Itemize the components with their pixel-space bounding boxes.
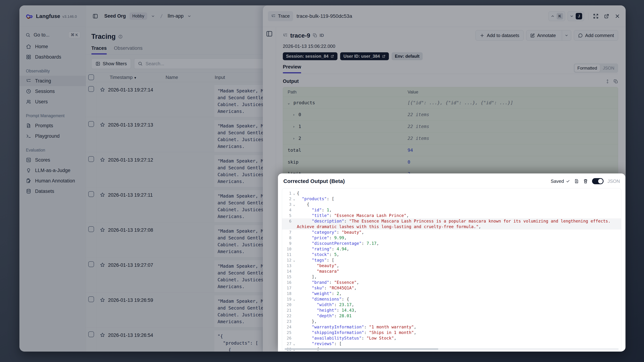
code-line-3[interactable]: 3⌄ { — [282, 202, 621, 207]
code-line-25[interactable]: 25 "shippingInformation": "Ships in 1 mo… — [282, 330, 621, 336]
column-name[interactable]: Name — [161, 74, 213, 80]
format-formatted[interactable]: Formatted — [574, 64, 600, 72]
sidebar-item-datasets[interactable]: Datasets — [20, 186, 86, 196]
code-line-9[interactable]: 9 "discountPercentage": 7.17, — [282, 241, 621, 246]
file-diff-icon[interactable] — [574, 179, 579, 184]
project-name[interactable]: llm-app — [168, 13, 184, 19]
collapse-panel-icon[interactable] — [266, 30, 273, 38]
code-line-6-wrap[interactable]: Achieve dramatic lashes with this long-l… — [282, 224, 621, 230]
json-editor[interactable]: 1⌄{2⌄ "products": [3⌄ {4 "id": 1,5 "titl… — [282, 188, 621, 351]
sidebar-item-dashboards[interactable]: Dashboards — [20, 52, 86, 62]
json-toggle[interactable] — [592, 178, 604, 184]
open-in-new-icon[interactable] — [604, 13, 610, 19]
code-line-10[interactable]: 10 "rating": 4.94, — [282, 246, 621, 252]
row-checkbox[interactable] — [88, 121, 94, 127]
session-badge[interactable]: Session: session_84 — [283, 52, 338, 60]
trash-icon[interactable] — [583, 179, 588, 184]
code-line-2[interactable]: 2⌄ "products": [ — [282, 196, 621, 202]
select-all-checkbox[interactable] — [88, 74, 94, 80]
org-name[interactable]: Seed Org — [104, 13, 126, 19]
copy-icon[interactable] — [313, 33, 317, 38]
row-checkbox[interactable] — [88, 86, 94, 92]
expand-icon[interactable] — [593, 13, 599, 19]
sidebar-item-playground[interactable]: Playground — [20, 131, 86, 141]
chevron-down-icon[interactable] — [187, 14, 192, 18]
star-icon[interactable] — [100, 227, 105, 233]
add-to-datasets-button[interactable]: Add to datasets — [476, 30, 524, 40]
fold-caret-icon[interactable]: ⌄ — [292, 258, 297, 263]
row-checkbox[interactable] — [88, 226, 94, 232]
code-line-27[interactable]: 27⌄ "reviews": [ — [282, 341, 621, 346]
output-path[interactable]: ›1 — [283, 124, 408, 129]
fold-caret-icon[interactable]: ⌄ — [292, 341, 297, 346]
row-checkbox[interactable] — [88, 261, 94, 267]
fold-caret-icon[interactable]: ⌄ — [292, 196, 297, 202]
sidebar-item-prompts[interactable]: Prompts — [20, 120, 86, 131]
horizontal-scrollbar[interactable] — [284, 348, 619, 350]
fold-caret-icon[interactable]: ⌄ — [292, 190, 297, 196]
output-path[interactable]: ›2 — [283, 136, 408, 141]
code-line-12[interactable]: 12⌄ "tags": [ — [282, 258, 621, 263]
sidebar-item-sessions[interactable]: Sessions — [20, 86, 86, 96]
sidebar-item-llm-as-a-judge[interactable]: LLM-as-a-Judge — [20, 165, 86, 176]
user-badge[interactable]: User ID: user_384 — [340, 52, 389, 60]
code-line-8[interactable]: 8 "price": 9.99, — [282, 235, 621, 241]
fold-caret-icon[interactable]: ⌄ — [292, 296, 297, 302]
row-checkbox[interactable] — [88, 332, 94, 337]
tab-traces[interactable]: Traces — [91, 46, 107, 54]
sidebar-item-human-annotation[interactable]: Human Annotation — [20, 176, 86, 186]
column-timestamp[interactable]: Timestamp▼ — [96, 74, 161, 80]
next-trace-button[interactable]: J — [568, 11, 584, 21]
star-icon[interactable] — [100, 297, 105, 303]
close-icon[interactable] — [614, 13, 620, 19]
format-json[interactable]: JSON — [600, 64, 617, 72]
star-icon[interactable] — [100, 332, 105, 338]
code-line-16[interactable]: 16 "brand": "Essence", — [282, 280, 621, 285]
star-icon[interactable] — [100, 157, 105, 163]
code-line-5[interactable]: 5 "title": "Essence Mascara Lash Prince"… — [282, 213, 621, 218]
annotate-button[interactable]: Annotate — [526, 30, 560, 40]
sidebar-item-scores[interactable]: Scores — [20, 155, 86, 165]
code-line-15[interactable]: 15 ], — [282, 274, 621, 280]
code-line-22[interactable]: 22 "depth": 28.01 — [282, 313, 621, 319]
code-line-20[interactable]: 20 "width": 23.17, — [282, 302, 621, 308]
add-comment-button[interactable]: Add comment — [574, 30, 618, 40]
prev-trace-button[interactable]: K — [548, 11, 565, 21]
star-icon[interactable] — [100, 192, 105, 198]
star-icon[interactable] — [100, 262, 105, 268]
show-filters-button[interactable]: Show filters — [91, 58, 131, 69]
copy-icon[interactable] — [614, 79, 618, 84]
sidebar-item-tracing[interactable]: Tracing — [20, 76, 86, 86]
annotate-dropdown[interactable] — [562, 30, 571, 40]
output-path[interactable]: ›0 — [283, 112, 408, 117]
code-line-1[interactable]: 1⌄{ — [282, 190, 621, 196]
code-line-17[interactable]: 17 "sku": "RCH45Q1A", — [282, 285, 621, 291]
tab-observations[interactable]: Observations — [114, 46, 142, 54]
star-icon[interactable] — [100, 87, 105, 92]
row-checkbox[interactable] — [88, 191, 94, 197]
code-line-23[interactable]: 23 }, — [282, 319, 621, 324]
code-line-7[interactable]: 7 "category": "beauty", — [282, 230, 621, 235]
code-line-13[interactable]: 13 "beauty", — [282, 263, 621, 268]
output-path[interactable]: ⌄products — [283, 100, 408, 105]
code-line-24[interactable]: 24 "warrantyInformation": "1 month warra… — [282, 324, 621, 330]
sidebar-toggle-icon[interactable] — [91, 12, 99, 20]
star-icon[interactable] — [100, 122, 105, 128]
code-line-26[interactable]: 26 "availabilityStatus": "Low Stock", — [282, 336, 621, 341]
code-line-21[interactable]: 21 "height": 14.43, — [282, 308, 621, 313]
row-checkbox[interactable] — [88, 296, 94, 302]
code-line-6[interactable]: 6 "description": "The Essence Mascara La… — [282, 218, 621, 224]
goto-search[interactable]: Go to... ⌘ K — [22, 30, 83, 40]
unfold-icon[interactable] — [605, 79, 610, 84]
chevron-down-icon[interactable] — [151, 14, 155, 18]
code-line-18[interactable]: 18 "weight": 2, — [282, 291, 621, 296]
code-line-14[interactable]: 14 "mascara" — [282, 268, 621, 274]
tab-preview[interactable]: Preview — [283, 64, 301, 73]
code-line-4[interactable]: 4 "id": 1, — [282, 207, 621, 213]
code-line-19[interactable]: 19⌄ "dimensions": { — [282, 296, 621, 302]
fold-caret-icon[interactable]: ⌄ — [292, 202, 297, 207]
row-checkbox[interactable] — [88, 156, 94, 162]
code-line-11[interactable]: 11 "stock": 5, — [282, 252, 621, 258]
sidebar-item-home[interactable]: Home — [20, 41, 86, 52]
sidebar-item-users[interactable]: Users — [20, 96, 86, 107]
